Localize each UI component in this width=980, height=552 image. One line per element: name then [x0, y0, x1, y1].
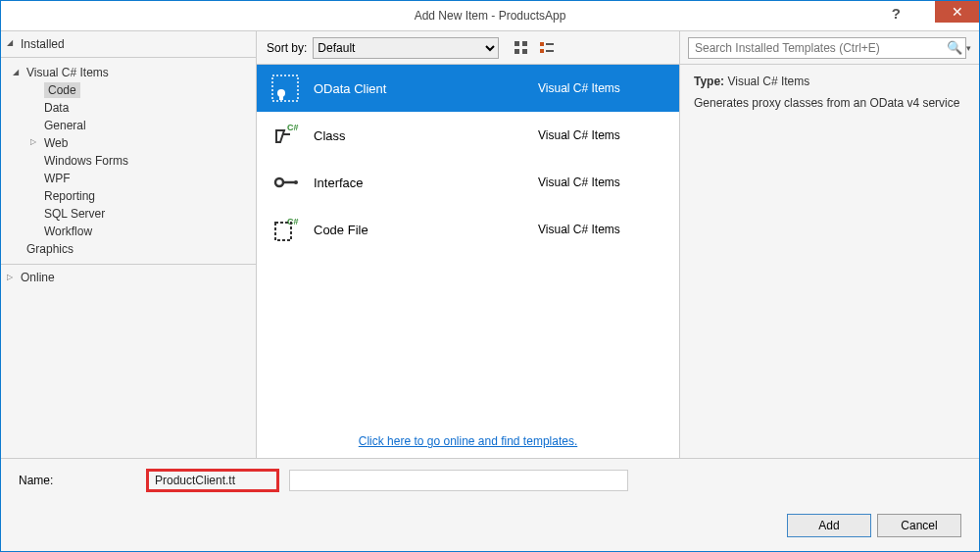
tree-label: SQL Server: [44, 207, 105, 221]
template-item-interface[interactable]: Interface Visual C# Items: [257, 159, 679, 206]
class-icon: C#: [270, 121, 300, 150]
chevron-right-icon: ▷: [30, 137, 36, 146]
installed-header[interactable]: Installed: [1, 31, 256, 58]
installed-label: Installed: [21, 37, 65, 51]
template-list: OData Client Visual C# Items C# Class Vi…: [257, 65, 679, 425]
close-button[interactable]: ✕: [935, 1, 979, 23]
svg-text:C#: C#: [287, 217, 299, 226]
tree-node-sqlserver[interactable]: SQL Server: [1, 205, 256, 223]
svg-rect-4: [540, 42, 544, 46]
name-input-value[interactable]: ProductClient.tt: [155, 474, 235, 487]
type-value: Visual C# Items: [727, 75, 809, 88]
template-label: OData Client: [314, 81, 538, 96]
tree-node-graphics[interactable]: Graphics: [1, 240, 256, 258]
tree-label: WPF: [44, 172, 71, 185]
name-label: Name:: [19, 474, 136, 487]
svg-point-14: [294, 180, 298, 184]
online-templates-link-row: Click here to go online and find templat…: [257, 425, 679, 458]
add-button[interactable]: Add: [787, 514, 871, 537]
svg-rect-0: [514, 41, 519, 46]
online-templates-link[interactable]: Click here to go online and find templat…: [359, 434, 577, 448]
bottom-bar: Name: ProductClient.tt Add Cancel: [1, 458, 979, 551]
svg-rect-3: [522, 49, 527, 54]
tree-label: Workflow: [44, 225, 92, 238]
tree-label: Code: [44, 82, 80, 98]
cancel-button[interactable]: Cancel: [877, 514, 961, 537]
template-item-odata-client[interactable]: OData Client Visual C# Items: [257, 65, 679, 112]
svg-text:C#: C#: [287, 123, 299, 132]
svg-rect-1: [522, 41, 527, 46]
tree-label: General: [44, 119, 86, 132]
view-small-icons-icon[interactable]: [538, 39, 556, 57]
search-wrap: 🔍 ▾: [680, 31, 979, 65]
tree-label: Web: [44, 136, 68, 150]
template-lang: Visual C# Items: [538, 223, 665, 236]
help-icon[interactable]: ?: [892, 5, 901, 22]
svg-rect-8: [272, 75, 298, 101]
online-header[interactable]: Online: [1, 264, 256, 290]
name-input-highlight: ProductClient.tt: [146, 469, 279, 492]
sort-by-label: Sort by:: [267, 41, 307, 55]
dialog-buttons: Add Cancel: [19, 514, 961, 537]
sort-by-select[interactable]: Default: [313, 37, 499, 59]
template-label: Interface: [314, 176, 538, 190]
titlebar: Add New Item - ProductsApp ? ✕: [1, 1, 979, 30]
code-file-icon: C#: [270, 215, 300, 244]
odata-client-icon: [270, 74, 300, 103]
template-panel: Sort by: Default: [257, 31, 679, 458]
tree-node-general[interactable]: General: [1, 117, 256, 134]
template-label: Class: [314, 128, 538, 143]
template-item-class[interactable]: C# Class Visual C# Items: [257, 112, 679, 159]
category-tree: Visual C# Items Code Data General ▷ Web …: [1, 58, 256, 264]
online-label: Online: [21, 271, 55, 284]
svg-rect-2: [514, 49, 519, 54]
tree-label: Data: [44, 101, 69, 115]
svg-point-12: [275, 178, 283, 186]
dialog-body: Installed Visual C# Items Code Data Gene…: [1, 30, 979, 458]
detail-panel: 🔍 ▾ Type: Visual C# Items Generates prox…: [679, 31, 979, 458]
tree-node-wpf[interactable]: WPF: [1, 170, 256, 187]
interface-icon: [270, 168, 300, 197]
tree-label: Windows Forms: [44, 154, 128, 168]
description-text: Generates proxy classes from an OData v4…: [694, 96, 965, 110]
window-title: Add New Item - ProductsApp: [415, 9, 566, 23]
search-input[interactable]: [688, 37, 966, 59]
tree-node-csharp-items[interactable]: Visual C# Items: [1, 64, 256, 81]
category-sidebar: Installed Visual C# Items Code Data Gene…: [1, 31, 257, 458]
svg-rect-7: [546, 50, 554, 52]
tree-node-winforms[interactable]: Windows Forms: [1, 152, 256, 170]
svg-rect-5: [546, 43, 554, 45]
tree-label: Graphics: [26, 242, 74, 256]
template-description: Type: Visual C# Items Generates proxy cl…: [680, 65, 979, 120]
search-icon[interactable]: 🔍: [947, 40, 962, 55]
view-medium-icons-icon[interactable]: [513, 39, 530, 57]
svg-rect-10: [279, 96, 283, 100]
template-lang: Visual C# Items: [538, 81, 665, 95]
template-lang: Visual C# Items: [538, 128, 665, 142]
search-dropdown-icon[interactable]: ▾: [966, 43, 971, 53]
tree-label: Reporting: [44, 189, 95, 203]
tree-node-reporting[interactable]: Reporting: [1, 187, 256, 205]
tree-node-workflow[interactable]: Workflow: [1, 223, 256, 240]
dialog-window: Add New Item - ProductsApp ? ✕ Installed…: [0, 0, 980, 552]
type-label: Type:: [694, 75, 724, 88]
template-item-code-file[interactable]: C# Code File Visual C# Items: [257, 206, 679, 253]
svg-rect-6: [540, 49, 544, 53]
tree-node-web[interactable]: ▷ Web: [1, 134, 256, 152]
template-label: Code File: [314, 223, 538, 237]
svg-point-9: [277, 89, 285, 97]
close-icon: ✕: [952, 4, 963, 20]
name-input[interactable]: [289, 470, 628, 491]
template-lang: Visual C# Items: [538, 176, 665, 189]
tree-node-data[interactable]: Data: [1, 99, 256, 117]
name-row: Name: ProductClient.tt: [19, 469, 961, 492]
tree-node-code[interactable]: Code: [1, 81, 256, 99]
tree-label: Visual C# Items: [26, 66, 109, 79]
sort-toolbar: Sort by: Default: [257, 31, 679, 65]
